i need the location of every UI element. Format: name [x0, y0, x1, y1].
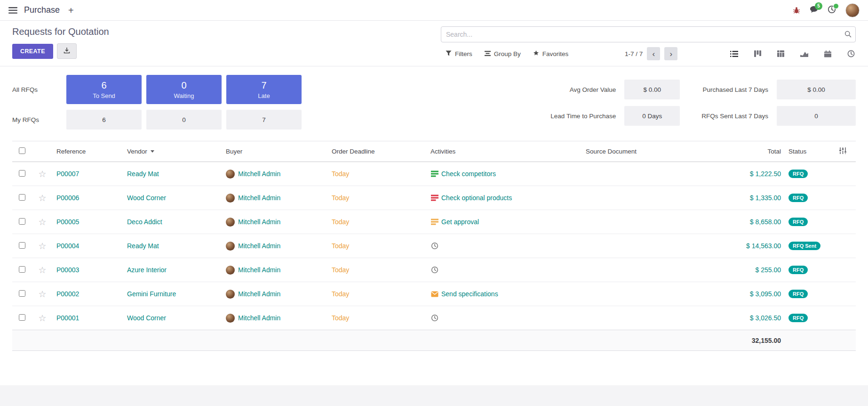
favorite-star-icon[interactable]: ☆: [38, 289, 46, 299]
pivot-view-icon[interactable]: [776, 49, 785, 58]
activity-label[interactable]: Check optional products: [441, 194, 512, 202]
col-header-activities[interactable]: Activities: [427, 141, 582, 162]
activity-tasks-icon[interactable]: [430, 171, 439, 177]
row-checkbox[interactable]: [19, 290, 25, 297]
table-row[interactable]: ☆ P00005 Deco Addict Mitchell Admin Toda…: [12, 210, 856, 234]
kpi-card[interactable]: 7 Late: [226, 75, 302, 104]
my-rfqs-count[interactable]: 0: [146, 110, 222, 130]
reference-link[interactable]: P00004: [56, 242, 79, 250]
kpi-card[interactable]: 0 Waiting: [146, 75, 222, 104]
reference-link[interactable]: P00006: [56, 194, 79, 202]
source-document-cell: [582, 162, 707, 186]
table-row[interactable]: ☆ P00003 Azure Interior Mitchell Admin T…: [12, 258, 856, 282]
activity-label[interactable]: Send specifications: [441, 290, 498, 298]
vendor-link[interactable]: Gemini Furniture: [127, 290, 176, 298]
kpi-card[interactable]: 6 To Send: [66, 75, 142, 104]
vendor-link[interactable]: Wood Corner: [127, 314, 166, 322]
reference-link[interactable]: P00007: [56, 170, 79, 178]
activity-clock-icon[interactable]: [430, 314, 439, 322]
vendor-link[interactable]: Deco Addict: [127, 218, 162, 226]
col-header-reference[interactable]: Reference: [53, 141, 123, 162]
row-checkbox[interactable]: [19, 218, 25, 225]
favorite-star-icon[interactable]: ☆: [38, 241, 46, 251]
group-by-button[interactable]: Group By: [480, 48, 526, 60]
buyer-link[interactable]: Mitchell Admin: [238, 170, 280, 178]
vendor-link[interactable]: Ready Mat: [127, 170, 159, 178]
reference-link[interactable]: P00005: [56, 218, 79, 226]
table-row[interactable]: ☆ P00004 Ready Mat Mitchell Admin Today …: [12, 234, 856, 258]
messages-menu[interactable]: 5: [810, 6, 818, 15]
list-view-icon[interactable]: [729, 50, 739, 58]
my-rfqs-count[interactable]: 7: [226, 110, 302, 130]
row-total: $ 1,222.50: [750, 170, 781, 178]
row-checkbox[interactable]: [19, 266, 25, 273]
buyer-link[interactable]: Mitchell Admin: [238, 194, 280, 202]
apps-menu-icon[interactable]: [8, 7, 17, 14]
buyer-link[interactable]: Mitchell Admin: [238, 290, 280, 298]
favorites-button[interactable]: Favorites: [528, 48, 573, 60]
row-checkbox[interactable]: [19, 314, 25, 321]
favorite-star-icon[interactable]: ☆: [38, 169, 46, 179]
row-checkbox[interactable]: [19, 242, 25, 249]
buyer-link[interactable]: Mitchell Admin: [238, 242, 280, 250]
optional-columns-icon[interactable]: [839, 148, 846, 155]
export-button[interactable]: [57, 43, 77, 59]
col-header-order-deadline[interactable]: Order Deadline: [328, 141, 427, 162]
favorite-star-icon[interactable]: ☆: [38, 217, 46, 227]
table-row[interactable]: ☆ P00002 Gemini Furniture Mitchell Admin…: [12, 282, 856, 306]
table-row[interactable]: ☆ P00007 Ready Mat Mitchell Admin Today …: [12, 162, 856, 186]
col-header-vendor[interactable]: Vendor: [123, 141, 222, 162]
activity-label[interactable]: Get approval: [441, 218, 479, 226]
reference-link[interactable]: P00003: [56, 266, 79, 274]
search-icon[interactable]: [844, 31, 852, 40]
pager-previous-button[interactable]: ‹: [647, 47, 660, 60]
chevron-right-icon: ›: [669, 50, 672, 58]
create-button[interactable]: CREATE: [12, 44, 53, 59]
row-checkbox[interactable]: [19, 194, 25, 201]
vendor-link[interactable]: Wood Corner: [127, 194, 166, 202]
row-checkbox[interactable]: [19, 170, 25, 177]
buyer-link[interactable]: Mitchell Admin: [238, 314, 280, 322]
favorite-star-icon[interactable]: ☆: [38, 313, 46, 323]
search-input[interactable]: [441, 26, 856, 42]
favorite-star-icon[interactable]: ☆: [38, 193, 46, 203]
table-row[interactable]: ☆ P00006 Wood Corner Mitchell Admin Toda…: [12, 186, 856, 210]
col-header-total[interactable]: Total: [707, 141, 785, 162]
debug-bug-icon[interactable]: [793, 7, 800, 14]
graph-view-icon[interactable]: [799, 50, 809, 58]
select-all-checkbox[interactable]: [19, 147, 25, 154]
activity-mail-icon[interactable]: [430, 291, 439, 297]
source-document-cell: [582, 210, 707, 234]
activity-clock-icon[interactable]: [430, 266, 439, 274]
buyer-link[interactable]: Mitchell Admin: [238, 218, 280, 226]
col-header-status[interactable]: Status: [785, 141, 829, 162]
filters-button[interactable]: Filters: [441, 48, 477, 60]
activity-tasks-icon[interactable]: [430, 195, 439, 201]
activity-label[interactable]: Check competitors: [441, 170, 496, 178]
calendar-view-icon[interactable]: [823, 49, 832, 58]
vendor-link[interactable]: Ready Mat: [127, 242, 159, 250]
activity-clock-icon[interactable]: [430, 242, 439, 250]
buyer-link[interactable]: Mitchell Admin: [238, 266, 280, 274]
user-avatar[interactable]: [845, 3, 860, 17]
col-header-source-document[interactable]: Source Document: [582, 141, 707, 162]
kanban-view-icon[interactable]: [753, 49, 762, 58]
reference-link[interactable]: P00001: [56, 314, 79, 322]
kpi-cards-row: 6 To Send 0 Waiting 7 Late: [66, 75, 302, 104]
my-rfqs-count[interactable]: 6: [66, 110, 142, 130]
row-total: $ 8,658.00: [750, 218, 781, 226]
activities-menu[interactable]: [828, 5, 836, 16]
activity-view-icon[interactable]: [846, 49, 856, 58]
activity-tasks-icon[interactable]: [430, 219, 439, 225]
pager-next-button[interactable]: ›: [664, 47, 677, 60]
vendor-link[interactable]: Azure Interior: [127, 266, 167, 274]
my-rfqs-filter[interactable]: My RFQs: [12, 116, 62, 123]
app-window: Purchase + 5 Requests for Quotat: [0, 0, 868, 406]
table-row[interactable]: ☆ P00001 Wood Corner Mitchell Admin Toda…: [12, 306, 856, 330]
col-header-buyer[interactable]: Buyer: [222, 141, 328, 162]
app-name[interactable]: Purchase: [24, 5, 60, 15]
reference-link[interactable]: P00002: [56, 290, 79, 298]
new-tab-plus-icon[interactable]: +: [66, 6, 76, 15]
all-rfqs-filter[interactable]: All RFQs: [12, 86, 62, 93]
favorite-star-icon[interactable]: ☆: [38, 265, 46, 275]
